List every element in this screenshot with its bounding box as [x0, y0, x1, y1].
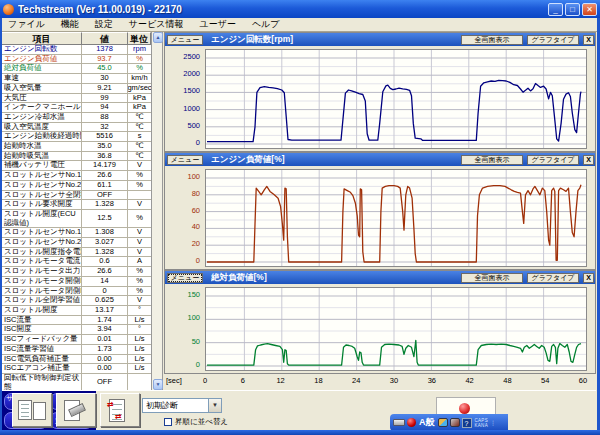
menu-item-3[interactable]: サービス情報 — [121, 18, 192, 31]
menu-item-4[interactable]: ユーザー — [191, 18, 243, 31]
row-item-label: スロットル要求開度 — [2, 200, 82, 209]
menu-item-5[interactable]: ヘルプ — [244, 18, 288, 31]
ime-mode-indicator[interactable]: A般 — [419, 416, 435, 429]
table-row[interactable]: 補機バッテリ電圧14.179V — [2, 161, 151, 171]
table-row[interactable]: 大気圧99kPa — [2, 94, 151, 104]
row-item-label: 始動時吸気温 — [2, 152, 82, 161]
table-row[interactable]: スロットルモータ出力26.6% — [2, 267, 151, 277]
table-row[interactable]: スロットル開度13.17° — [2, 306, 151, 316]
maximize-button[interactable]: □ — [565, 3, 580, 16]
row-value: 1.74 — [82, 316, 128, 325]
graph-3-menu-button[interactable]: メニュー — [167, 273, 203, 283]
diagnosis-mode-dropdown[interactable]: 初期診断 ▼ — [142, 398, 222, 413]
table-row[interactable]: スロットルモータ電流0.6A — [2, 257, 151, 267]
table-row[interactable]: 絶対負荷値45.0% — [2, 64, 151, 74]
table-row[interactable]: 車速30km/h — [2, 74, 151, 84]
table-row[interactable]: スロットル全閉学習値0.625V — [2, 296, 151, 306]
graph-1-menu-button[interactable]: メニュー — [167, 35, 203, 45]
graph-list-toolbar-button[interactable]: ⇄ ⇄ — [100, 393, 140, 427]
table-row[interactable]: スロットル開度(ECU認識値)12.5% — [2, 210, 151, 228]
graph-1-close-button[interactable]: X — [583, 35, 594, 45]
table-row[interactable]: ISC開度3.94° — [2, 325, 151, 335]
ime-palette-icon[interactable] — [438, 418, 448, 427]
table-row[interactable]: 始動時吸気温36.8℃ — [2, 152, 151, 162]
col-header-value[interactable]: 値 — [82, 32, 128, 45]
row-unit: V — [128, 228, 151, 237]
table-row[interactable]: 吸入空気温度32℃ — [2, 123, 151, 133]
y-tick-label: 1500 — [166, 87, 200, 95]
table-row[interactable]: スロットルセンサNo.2電圧比61.1% — [2, 181, 151, 191]
table-row[interactable]: 吸入空気量9.21gm/sec — [2, 84, 151, 94]
kana-indicator[interactable]: KANA — [475, 423, 488, 428]
col-header-item[interactable]: 項目 — [2, 32, 82, 45]
table-row[interactable]: スロットルモータ閉側Duty比0% — [2, 287, 151, 297]
table-row[interactable]: エンジン冷却水温88℃ — [2, 113, 151, 123]
menu-item-0[interactable]: ファイル — [0, 18, 53, 31]
x-tick-label: 24 — [352, 376, 360, 385]
table-row[interactable]: 始動時水温35.0℃ — [2, 142, 151, 152]
table-row[interactable]: ISCフィードバック量0.01L/s — [2, 335, 151, 345]
table-row[interactable]: エンジン回転数1378rpm — [2, 45, 151, 55]
app-icon — [3, 4, 14, 15]
graph-2-graphtype-button[interactable]: グラフタイプ — [527, 155, 579, 165]
table-row[interactable]: スロットル開度指令電圧1.328V — [2, 248, 151, 258]
table-row[interactable]: エンジン始動後経過時間5516s — [2, 132, 151, 142]
col-header-unit[interactable]: 単位 — [128, 32, 151, 45]
table-row[interactable]: インテークマニホールド圧94kPa — [2, 103, 151, 113]
graph-1-graphtype-button[interactable]: グラフタイプ — [527, 35, 579, 45]
table-row[interactable]: スロットルセンサ全閉状態OFF — [2, 191, 151, 201]
graph-3-fullscreen-button[interactable]: 全画面表示 — [461, 273, 523, 283]
checkbox-label: 昇順に並べ替え — [175, 417, 228, 427]
menu-item-2[interactable]: 設定 — [87, 18, 121, 31]
graph-2-fullscreen-button[interactable]: 全画面表示 — [461, 155, 523, 165]
table-row[interactable]: スロットルセンサNo.1電圧1.308V — [2, 228, 151, 238]
row-value: 0.6 — [82, 257, 128, 266]
row-item-label: スロットルモータ開側Duty比 — [2, 277, 82, 286]
sort-ascending-checkbox[interactable]: 昇順に並べ替え — [164, 417, 228, 427]
graph-2-menu-button[interactable]: メニュー — [167, 155, 203, 165]
data-list-toolbar-button[interactable] — [12, 393, 52, 427]
table-row[interactable]: ISCエアコン補正量0.00L/s — [2, 364, 151, 374]
techstream-window: Techstream (Ver 11.00.019) - 22170 _ □ ✕… — [0, 0, 600, 435]
graph-1-fullscreen-button[interactable]: 全画面表示 — [461, 35, 523, 45]
graph-3-graphtype-button[interactable]: グラフタイプ — [527, 273, 579, 283]
row-unit: ℃ — [128, 113, 151, 122]
graph-3-close-button[interactable]: X — [583, 273, 594, 283]
y-tick-label: 100 — [166, 314, 200, 322]
ime-tools-icon[interactable] — [450, 418, 460, 427]
row-unit: kPa — [128, 94, 151, 103]
scroll-up-icon[interactable]: ▲ — [153, 32, 163, 43]
row-item-label: スロットルモータ電流 — [2, 257, 82, 266]
row-item-label: スロットルセンサNo.1電圧比 — [2, 171, 82, 180]
table-row[interactable]: スロットルセンサNo.1電圧比26.6% — [2, 171, 151, 181]
table-row[interactable]: スロットルセンサNo.2電圧3.027V — [2, 238, 151, 248]
row-value: 93.7 — [82, 55, 128, 64]
graph-2-close-button[interactable]: X — [583, 155, 594, 165]
table-row[interactable]: 回転低下時制御判定状態OFF — [2, 374, 151, 390]
chevron-down-icon[interactable]: ▼ — [208, 399, 221, 412]
red-arrows-icon: ⇄ — [107, 401, 114, 409]
minimize-button[interactable]: _ — [548, 3, 563, 16]
table-row[interactable]: ISC電気負荷補正量0.00L/s — [2, 355, 151, 365]
ime-status-icon[interactable] — [407, 418, 416, 427]
row-value: 1.328 — [82, 200, 128, 209]
scroll-down-icon[interactable]: ▼ — [153, 379, 163, 390]
table-row[interactable]: ISC流量学習値1.73L/s — [2, 345, 151, 355]
x-axis: [sec] 06121824303642485460 — [164, 374, 596, 388]
x-axis-unit-label: [sec] — [166, 376, 182, 385]
table-row[interactable]: エンジン負荷値93.7% — [2, 55, 151, 65]
table-row[interactable]: スロットル要求開度1.328V — [2, 200, 151, 210]
table-row[interactable]: ISC流量1.74L/s — [2, 316, 151, 326]
row-value: 3.94 — [82, 325, 128, 334]
help-icon[interactable]: ? — [462, 418, 472, 428]
table-row[interactable]: スロットルモータ開側Duty比14% — [2, 277, 151, 287]
x-tick-label: 60 — [579, 376, 587, 385]
keyboard-icon[interactable] — [393, 419, 405, 426]
ime-grip-icon[interactable]: ⋮ — [490, 420, 496, 426]
close-button[interactable]: ✕ — [582, 3, 597, 16]
record-toolbar-button[interactable] — [56, 393, 96, 427]
table-scrollbar[interactable]: ▲ ▼ — [151, 32, 163, 390]
checkbox-box[interactable] — [164, 418, 172, 426]
menu-item-1[interactable]: 機能 — [53, 18, 87, 31]
x-tick-label: 42 — [465, 376, 473, 385]
